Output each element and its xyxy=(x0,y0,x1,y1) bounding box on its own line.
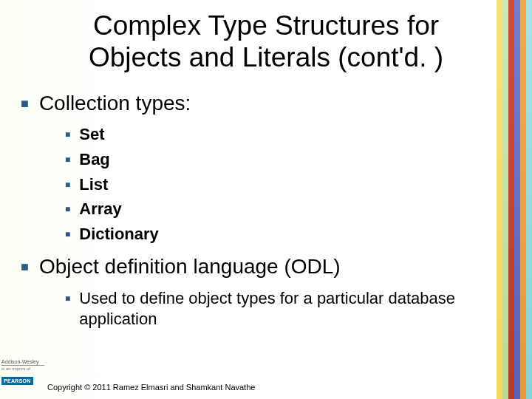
list-item: ■ Used to define object types for a part… xyxy=(65,288,494,330)
item-text: Used to define object types for a partic… xyxy=(79,288,494,330)
publisher-tagline: is an imprint of xyxy=(1,366,44,371)
publisher-name: Addison-Wesley xyxy=(1,359,44,366)
copyright-text: Copyright © 2011 Ramez Elmasri and Shamk… xyxy=(47,383,255,392)
slide-content: Complex Type Structures for Objects and … xyxy=(0,0,532,399)
square-bullet-icon: ■ xyxy=(65,180,70,191)
publisher-logo: Addison-Wesley is an imprint of PEARSON xyxy=(1,359,44,386)
item-text: Bag xyxy=(79,149,110,171)
list-item: ■ List xyxy=(65,174,494,196)
bullet-odl: ■ Object definition language (ODL) xyxy=(21,253,494,280)
heading-text: Collection types: xyxy=(39,90,191,117)
slide-body: ■ Collection types: ■ Set ■ Bag ■ List ■… xyxy=(21,90,494,339)
list-item: ■ Bag xyxy=(65,149,494,171)
square-bullet-icon: ■ xyxy=(65,154,70,166)
square-bullet-icon: ■ xyxy=(65,229,70,241)
square-bullet-icon: ■ xyxy=(21,259,29,276)
square-bullet-icon: ■ xyxy=(65,293,70,305)
item-text: List xyxy=(79,174,108,196)
list-item: ■ Array xyxy=(65,199,494,220)
list-item: ■ Dictionary xyxy=(65,224,494,245)
square-bullet-icon: ■ xyxy=(65,204,70,216)
odl-list: ■ Used to define object types for a part… xyxy=(65,288,494,330)
pearson-badge: PEARSON xyxy=(1,377,33,385)
square-bullet-icon: ■ xyxy=(21,95,29,112)
square-bullet-icon: ■ xyxy=(65,129,70,141)
heading-text: Object definition language (ODL) xyxy=(39,253,341,280)
slide-title: Complex Type Structures for Objects and … xyxy=(44,10,488,73)
item-text: Array xyxy=(79,199,121,220)
item-text: Set xyxy=(79,124,104,146)
bullet-collection-types: ■ Collection types: xyxy=(21,90,494,117)
collection-types-list: ■ Set ■ Bag ■ List ■ Array ■ Dictionary xyxy=(65,124,494,245)
list-item: ■ Set xyxy=(65,124,494,146)
item-text: Dictionary xyxy=(79,224,159,245)
